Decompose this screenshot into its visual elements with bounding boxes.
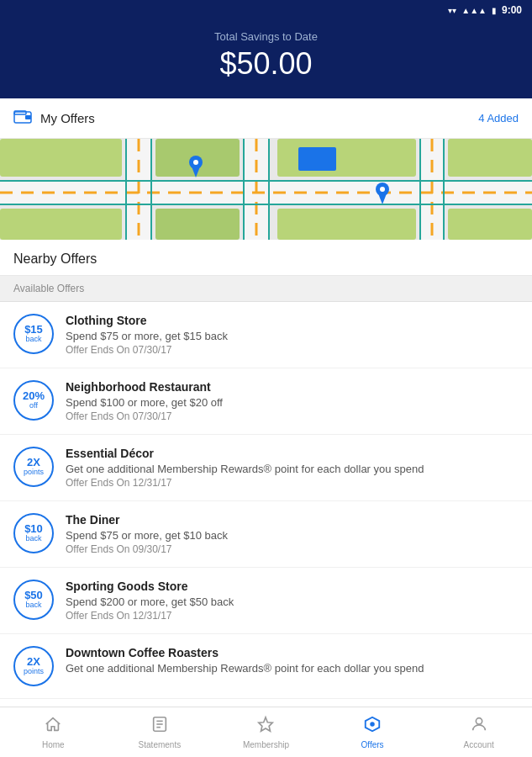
offer-badge: 2X points: [13, 646, 54, 686]
offer-details: Neighborhood Restaurant Spend $100 or mo…: [66, 380, 519, 422]
svg-rect-1: [14, 111, 26, 114]
nearby-header: Nearby Offers: [0, 240, 532, 276]
signal-icon: ▲▲▲: [461, 6, 487, 15]
offer-badge: 2X points: [13, 447, 54, 487]
svg-point-40: [370, 722, 375, 727]
svg-rect-23: [277, 209, 416, 240]
status-bar: ▾▾ ▲▲▲ ▮ 9:00: [0, 0, 532, 20]
my-offers-bar: My Offers 4 Added: [0, 98, 532, 139]
svg-rect-24: [0, 139, 122, 177]
account-icon: [470, 715, 488, 738]
offer-item[interactable]: $15 back Clothing Store Spend $75 or mor…: [0, 302, 532, 368]
offer-desc: Spend $75 or more, get $15 back: [66, 330, 519, 342]
nav-label-membership: Membership: [243, 740, 289, 749]
offer-badge-amount: $50: [24, 590, 43, 601]
svg-rect-28: [298, 147, 336, 171]
my-offers-label: My Offers: [40, 111, 95, 125]
offers-icon: [363, 715, 382, 738]
offer-name: The Diner: [66, 513, 519, 527]
offer-expiry: Offer Ends On 09/30/17: [66, 543, 519, 555]
svg-rect-27: [448, 209, 532, 240]
nav-item-statements[interactable]: Statements: [107, 715, 213, 749]
bottom-nav: Home Statements Membership Offers Accoun…: [0, 707, 532, 757]
offer-details: The Diner Spend $75 or more, get $10 bac…: [66, 513, 519, 555]
savings-header: Total Savings to Date $50.00: [0, 20, 532, 98]
nav-item-home[interactable]: Home: [0, 715, 107, 749]
offer-badge: $50 back: [13, 580, 54, 620]
offer-badge-unit: back: [25, 601, 41, 610]
available-label: Available Offers: [0, 276, 532, 302]
nav-label-statements: Statements: [139, 740, 182, 749]
svg-rect-22: [277, 139, 416, 177]
nav-item-membership[interactable]: Membership: [213, 715, 319, 749]
offer-badge-unit: back: [25, 336, 41, 344]
membership-icon: [256, 715, 275, 738]
offer-name: Clothing Store: [66, 314, 519, 327]
home-icon: [44, 715, 62, 738]
offer-badge-amount: 2X: [27, 656, 40, 668]
offer-badge-amount: 20%: [23, 390, 45, 402]
offer-desc: Spend $200 or more, get $50 back: [66, 596, 519, 608]
savings-amount: $50.00: [0, 46, 532, 82]
offer-badge: $15 back: [13, 314, 54, 354]
offer-badge-amount: 2X: [27, 457, 40, 468]
offer-expiry: Offer Ends On 07/30/17: [66, 344, 519, 356]
offer-desc: Get one additional Membership Rewards® p…: [66, 463, 519, 475]
status-time: 9:00: [502, 4, 522, 16]
map-area: [0, 139, 532, 240]
offer-expiry: Offer Ends On 07/30/17: [66, 410, 519, 422]
offer-details: Essential Décor Get one additional Membe…: [66, 447, 519, 489]
svg-point-31: [193, 160, 198, 165]
battery-icon: ▮: [492, 6, 497, 15]
offer-details: Sporting Goods Store Spend $200 or more,…: [66, 580, 519, 622]
header-subtitle: Total Savings to Date: [0, 30, 532, 43]
added-count: 4 Added: [478, 112, 519, 124]
offer-desc: Get one additional Membership Rewards® p…: [66, 662, 519, 675]
offer-badge-amount: $10: [24, 523, 43, 535]
svg-point-41: [476, 718, 482, 724]
svg-point-34: [380, 187, 385, 192]
offer-name: Neighborhood Restaurant: [66, 380, 519, 394]
nav-item-account[interactable]: Account: [425, 715, 532, 749]
offer-item[interactable]: 2X points Downtown Coffee Roasters Get o…: [0, 634, 532, 699]
offer-badge: $10 back: [13, 513, 54, 553]
offer-item[interactable]: 20% off Neighborhood Restaurant Spend $1…: [0, 368, 532, 435]
offer-desc: Spend $100 or more, get $20 off: [66, 396, 519, 409]
svg-rect-25: [0, 209, 122, 240]
offer-details: Downtown Coffee Roasters Get one additio…: [66, 646, 519, 676]
offer-badge-unit: points: [24, 668, 44, 676]
statements-icon: [150, 715, 169, 738]
svg-rect-26: [448, 139, 532, 177]
wifi-icon: ▾▾: [448, 6, 456, 15]
offer-desc: Spend $75 or more, get $10 back: [66, 529, 519, 542]
svg-rect-21: [155, 209, 240, 240]
nav-label-offers: Offers: [361, 740, 384, 749]
offer-name: Downtown Coffee Roasters: [66, 646, 519, 659]
offer-expiry: Offer Ends On 12/31/17: [66, 610, 519, 622]
nav-item-offers[interactable]: Offers: [319, 715, 426, 749]
offer-badge-unit: back: [25, 535, 41, 543]
offer-badge-unit: off: [29, 402, 38, 410]
offers-list: $15 back Clothing Store Spend $75 or mor…: [0, 302, 532, 726]
my-offers-left: My Offers: [13, 109, 95, 128]
nav-label-home: Home: [42, 740, 65, 749]
offer-badge-unit: points: [24, 468, 44, 477]
offer-expiry: Offer Ends On 12/31/17: [66, 477, 519, 489]
offer-details: Clothing Store Spend $75 or more, get $1…: [66, 314, 519, 356]
svg-marker-39: [259, 717, 273, 732]
offer-item[interactable]: $50 back Sporting Goods Store Spend $200…: [0, 568, 532, 634]
nav-label-account: Account: [464, 740, 494, 749]
offer-item[interactable]: 2X points Essential Décor Get one additi…: [0, 435, 532, 501]
wallet-icon: [13, 109, 32, 128]
offer-badge: 20% off: [13, 380, 54, 421]
offer-item[interactable]: $10 back The Diner Spend $75 or more, ge…: [0, 501, 532, 568]
svg-rect-2: [25, 115, 31, 119]
offer-name: Essential Décor: [66, 447, 519, 460]
offer-name: Sporting Goods Store: [66, 580, 519, 593]
offer-badge-amount: $15: [24, 324, 43, 336]
